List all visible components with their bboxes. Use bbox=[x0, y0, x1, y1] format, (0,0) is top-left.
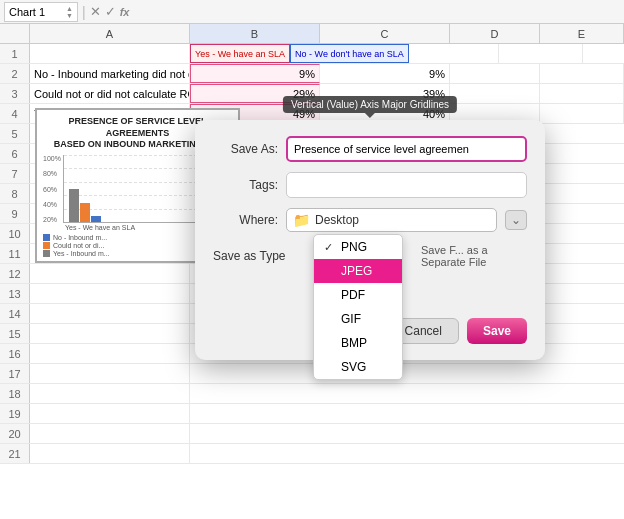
cell-reference-box[interactable]: Chart 1 ▲▼ bbox=[4, 2, 78, 22]
save-dialog: Vertical (Value) Axis Major Gridlines Sa… bbox=[195, 120, 545, 360]
bar-blue bbox=[91, 216, 101, 222]
type-option-png[interactable]: ✓ PNG bbox=[314, 235, 402, 259]
cell-ref-arrows[interactable]: ▲▼ bbox=[66, 5, 73, 19]
type-option-jpeg[interactable]: JPEG bbox=[314, 259, 402, 283]
type-option-bmp[interactable]: BMP bbox=[314, 331, 402, 355]
type-option-gif[interactable]: GIF bbox=[314, 307, 402, 331]
cell-d3[interactable] bbox=[450, 84, 540, 103]
col-header-d[interactable]: D bbox=[450, 24, 540, 43]
cancel-formula-icon[interactable]: ✕ bbox=[90, 4, 101, 19]
where-row: Where: 📁 Desktop ⌄ bbox=[213, 208, 527, 232]
table-row: 2 No - Inbound marketing did not demonst… bbox=[0, 64, 624, 84]
legend-text: No - Inbound m... bbox=[53, 234, 107, 241]
confirm-formula-icon[interactable]: ✓ bbox=[105, 4, 116, 19]
cell-e3[interactable] bbox=[540, 84, 624, 103]
tags-label: Tags: bbox=[213, 178, 278, 192]
type-label-png: PNG bbox=[341, 240, 367, 254]
where-select[interactable]: 📁 Desktop bbox=[286, 208, 497, 232]
where-label: Where: bbox=[213, 213, 278, 227]
type-label-bmp: BMP bbox=[341, 336, 367, 350]
tags-input[interactable] bbox=[286, 172, 527, 198]
folder-icon: 📁 bbox=[293, 212, 310, 228]
formula-bar: Chart 1 ▲▼ | ✕ ✓ fx bbox=[0, 0, 624, 24]
col-header-c[interactable]: C bbox=[320, 24, 450, 43]
row-num-header bbox=[0, 24, 30, 43]
cell-ref-text: Chart 1 bbox=[9, 6, 45, 18]
col-header-e[interactable]: E bbox=[540, 24, 624, 43]
bar-orange bbox=[80, 203, 90, 222]
type-label-gif: GIF bbox=[341, 312, 361, 326]
row-num: 2 bbox=[0, 64, 30, 83]
cell-e2[interactable] bbox=[540, 64, 624, 83]
cell-e1[interactable] bbox=[499, 44, 583, 63]
table-row: 21 bbox=[0, 444, 624, 464]
legend-text: Could not or di... bbox=[53, 242, 104, 249]
legend-color-gray bbox=[43, 250, 50, 257]
fx-icon[interactable]: fx bbox=[120, 6, 130, 18]
table-row: 1 Yes - We have an SLA No - We don't hav… bbox=[0, 44, 624, 64]
type-label-pdf: PDF bbox=[341, 288, 365, 302]
legend-text: Yes - Inbound m... bbox=[53, 250, 110, 257]
row-num: 4 bbox=[0, 104, 30, 123]
cell-b2[interactable]: 9% bbox=[190, 64, 320, 83]
column-headers: A B C D E bbox=[0, 24, 624, 44]
tags-row: Tags: bbox=[213, 172, 527, 198]
type-option-pdf[interactable]: PDF bbox=[314, 283, 402, 307]
cell-c1[interactable]: No - We don't have an SLA bbox=[290, 44, 409, 63]
cell-a1[interactable] bbox=[30, 44, 190, 63]
save-type-label: Save as Type bbox=[213, 249, 308, 263]
where-dropdown-arrow[interactable]: ⌄ bbox=[505, 210, 527, 230]
type-label-jpeg: JPEG bbox=[341, 264, 372, 278]
table-row: 17 bbox=[0, 364, 624, 384]
cell-b1[interactable]: Yes - We have an SLA bbox=[190, 44, 290, 63]
save-as-label: Save As: bbox=[213, 142, 278, 156]
cell-a2[interactable]: No - Inbound marketing did not demonstra… bbox=[30, 64, 190, 83]
col-header-a[interactable]: A bbox=[30, 24, 190, 43]
save-type-row: Save as Type ✓ PNG JPEG PDF GIF BMP bbox=[213, 244, 527, 268]
legend-color-orange bbox=[43, 242, 50, 249]
cell-d2[interactable] bbox=[450, 64, 540, 83]
cell-c2[interactable]: 9% bbox=[320, 64, 450, 83]
bar-gray bbox=[69, 189, 79, 222]
type-label-svg: SVG bbox=[341, 360, 366, 374]
where-text: Desktop bbox=[315, 213, 490, 227]
dialog-tooltip: Vertical (Value) Axis Major Gridlines bbox=[283, 96, 457, 113]
row-num: 3 bbox=[0, 84, 30, 103]
save-button[interactable]: Save bbox=[467, 318, 527, 344]
save-as-input[interactable] bbox=[286, 136, 527, 162]
cell-e4[interactable] bbox=[540, 104, 624, 123]
save-as-row: Save As: bbox=[213, 136, 527, 162]
col-header-b[interactable]: B bbox=[190, 24, 320, 43]
table-row: 20 bbox=[0, 424, 624, 444]
type-option-svg[interactable]: SVG bbox=[314, 355, 402, 379]
checkmark-png: ✓ bbox=[324, 241, 336, 254]
cell-d1[interactable] bbox=[409, 44, 499, 63]
table-row: 18 bbox=[0, 384, 624, 404]
row-num: 1 bbox=[0, 44, 30, 63]
legend-color-blue bbox=[43, 234, 50, 241]
formula-sep: | bbox=[82, 4, 86, 20]
cell-a3[interactable]: Could not or did not calculate ROI bbox=[30, 84, 190, 103]
separate-file-label: Save F... as a Separate File bbox=[421, 244, 527, 268]
file-type-dropdown[interactable]: ✓ PNG JPEG PDF GIF BMP SVG bbox=[313, 234, 403, 380]
table-row: 19 bbox=[0, 404, 624, 424]
